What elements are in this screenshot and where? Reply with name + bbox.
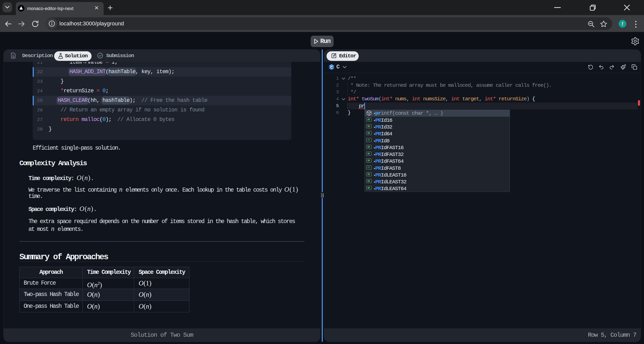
svg-text:C: C	[330, 65, 333, 69]
